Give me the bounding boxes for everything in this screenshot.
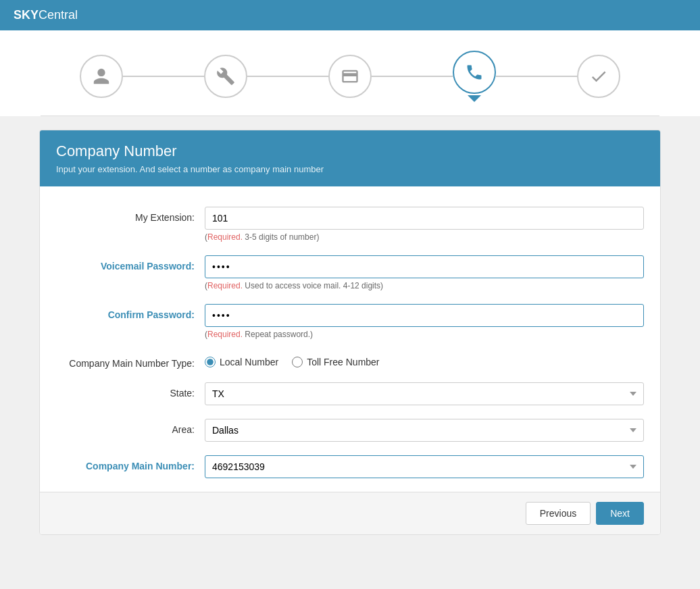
wizard-step-confirm[interactable] bbox=[577, 55, 620, 98]
area-row: Area: Dallas Houston Austin bbox=[56, 419, 644, 442]
wizard-container bbox=[0, 30, 700, 116]
previous-button[interactable]: Previous bbox=[526, 502, 591, 525]
area-field: Dallas Houston Austin bbox=[205, 419, 644, 442]
next-button[interactable]: Next bbox=[596, 502, 644, 525]
logo-sky: SKY bbox=[14, 8, 39, 22]
main-content: Company Number Input your extension. And… bbox=[26, 130, 674, 535]
extension-hint: (Required. 3-5 digits of number) bbox=[205, 232, 644, 242]
voicemail-hint: (Required. Used to access voice mail. 4-… bbox=[205, 281, 644, 290]
area-label: Area: bbox=[56, 419, 205, 435]
radio-group: Local Number Toll Free Number bbox=[205, 353, 644, 367]
step-arrow bbox=[468, 95, 481, 102]
step-line-3 bbox=[372, 76, 453, 77]
main-number-row: Company Main Number: 4692153039 bbox=[56, 455, 644, 478]
wrench-icon bbox=[216, 67, 235, 86]
radio-toll-label[interactable]: Toll Free Number bbox=[292, 357, 379, 367]
state-select[interactable]: TX CA NY bbox=[205, 382, 644, 405]
wizard-divider bbox=[41, 116, 659, 116]
number-type-label: Company Main Number Type: bbox=[56, 353, 205, 369]
state-label: State: bbox=[56, 382, 205, 399]
card-footer: Previous Next bbox=[40, 492, 660, 534]
voicemail-field: (Required. Used to access voice mail. 4-… bbox=[205, 255, 644, 290]
state-row: State: TX CA NY bbox=[56, 382, 644, 405]
wizard-step-settings[interactable] bbox=[204, 55, 247, 98]
radio-toll-input[interactable] bbox=[292, 357, 303, 367]
card-header: Company Number Input your extension. And… bbox=[40, 130, 660, 186]
extension-input[interactable] bbox=[205, 207, 644, 230]
step-line-4 bbox=[496, 76, 577, 77]
number-type-field: Local Number Toll Free Number bbox=[205, 353, 644, 367]
extension-row: My Extension: (Required. 3-5 digits of n… bbox=[56, 207, 644, 242]
app-header: SKYCentral bbox=[0, 0, 700, 30]
wizard-step-phone[interactable] bbox=[453, 51, 496, 94]
confirm-field: (Required. Repeat password.) bbox=[205, 304, 644, 339]
wizard-steps bbox=[41, 51, 659, 116]
check-icon bbox=[589, 67, 608, 86]
card-subtitle: Input your extension. And select a numbe… bbox=[56, 164, 644, 174]
extension-label: My Extension: bbox=[56, 207, 205, 223]
radio-local-input[interactable] bbox=[205, 357, 216, 367]
phone-icon bbox=[465, 63, 484, 82]
wizard-step-phone-wrapper bbox=[453, 51, 496, 102]
confirm-input[interactable] bbox=[205, 304, 644, 327]
radio-local-text: Local Number bbox=[220, 357, 278, 367]
voicemail-hint-req: Required. bbox=[207, 281, 243, 290]
user-icon bbox=[92, 67, 111, 86]
confirm-label: Confirm Password: bbox=[56, 304, 205, 320]
company-number-card: Company Number Input your extension. And… bbox=[39, 130, 661, 535]
step-arrow-indicator bbox=[468, 95, 481, 102]
wizard-step-billing[interactable] bbox=[328, 55, 372, 98]
card-body: My Extension: (Required. 3-5 digits of n… bbox=[40, 186, 660, 478]
wizard-step-user[interactable] bbox=[80, 55, 123, 98]
main-number-field: 4692153039 bbox=[205, 455, 644, 478]
confirm-hint: (Required. Repeat password.) bbox=[205, 330, 644, 339]
voicemail-input[interactable] bbox=[205, 255, 644, 278]
state-field: TX CA NY bbox=[205, 382, 644, 405]
confirm-row: Confirm Password: (Required. Repeat pass… bbox=[56, 304, 644, 339]
voicemail-row: Voicemail Password: (Required. Used to a… bbox=[56, 255, 644, 290]
logo-central: Central bbox=[39, 8, 78, 22]
step-line-1 bbox=[123, 76, 204, 77]
step-line-2 bbox=[247, 76, 328, 77]
main-number-select[interactable]: 4692153039 bbox=[205, 455, 644, 478]
credit-card-icon bbox=[341, 67, 359, 86]
area-select[interactable]: Dallas Houston Austin bbox=[205, 419, 644, 442]
number-type-row: Company Main Number Type: Local Number T… bbox=[56, 353, 644, 369]
confirm-hint-req: Required. bbox=[207, 330, 243, 339]
main-number-label: Company Main Number: bbox=[56, 455, 205, 471]
card-title: Company Number bbox=[56, 143, 644, 160]
extension-hint-req: Required. bbox=[207, 232, 243, 242]
app-logo: SKYCentral bbox=[14, 8, 78, 22]
radio-local-label[interactable]: Local Number bbox=[205, 357, 278, 367]
voicemail-label: Voicemail Password: bbox=[56, 255, 205, 272]
radio-toll-text: Toll Free Number bbox=[307, 357, 379, 367]
extension-field: (Required. 3-5 digits of number) bbox=[205, 207, 644, 242]
